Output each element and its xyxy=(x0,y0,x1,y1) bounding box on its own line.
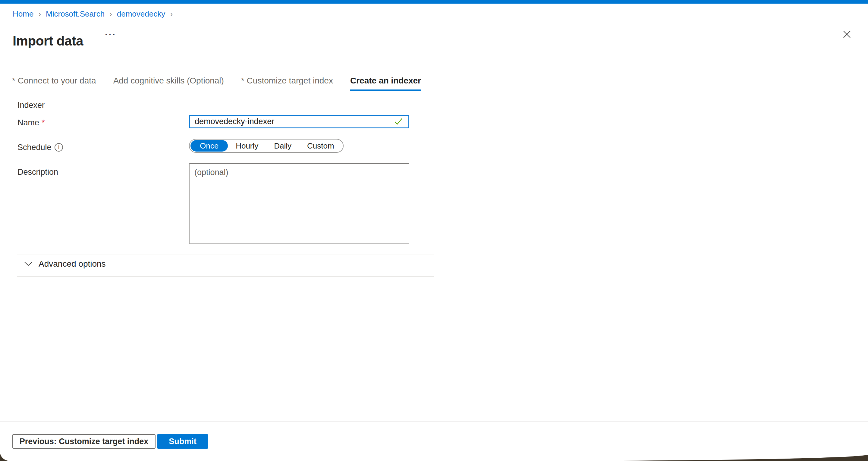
breadcrumb-link-home[interactable]: Home xyxy=(13,9,33,19)
schedule-option-hourly[interactable]: Hourly xyxy=(228,140,266,152)
tab-create-an-indexer[interactable]: Create an indexer xyxy=(350,76,421,91)
breadcrumb: Home › Microsoft.Search › demovedecky › xyxy=(13,9,173,19)
tab-add-cognitive-skills[interactable]: Add cognitive skills (Optional) xyxy=(113,76,224,91)
info-icon[interactable]: i xyxy=(55,143,63,152)
schedule-option-once[interactable]: Once xyxy=(190,140,228,152)
schedule-label: Schedule xyxy=(18,143,52,152)
breadcrumb-separator-icon: › xyxy=(110,9,112,20)
indexer-section-heading: Indexer xyxy=(18,101,44,110)
top-accent-bar xyxy=(0,0,868,4)
breadcrumb-separator-icon: › xyxy=(38,9,41,20)
wizard-tabs: * Connect to your data Add cognitive ski… xyxy=(12,76,421,91)
close-button[interactable] xyxy=(840,28,854,41)
chevron-down-icon xyxy=(24,262,33,266)
advanced-options-label: Advanced options xyxy=(38,259,106,269)
close-icon xyxy=(842,30,852,39)
indexer-name-input[interactable] xyxy=(189,115,409,128)
more-options-button[interactable]: ⋯ xyxy=(102,27,118,41)
breadcrumb-link-demovedecky[interactable]: demovedecky xyxy=(117,9,165,19)
name-label-text: Name xyxy=(18,118,39,127)
page-title: Import data xyxy=(13,33,83,49)
import-data-pane: Home › Microsoft.Search › demovedecky › … xyxy=(0,0,868,461)
divider xyxy=(17,255,434,255)
checkmark-icon xyxy=(394,118,403,125)
description-label: Description xyxy=(18,167,58,177)
description-textarea[interactable] xyxy=(189,163,409,244)
advanced-options-toggle[interactable]: Advanced options xyxy=(24,259,106,269)
schedule-option-daily[interactable]: Daily xyxy=(266,140,299,152)
schedule-toggle-group: Once Hourly Daily Custom xyxy=(189,139,344,153)
breadcrumb-separator-icon: › xyxy=(170,9,173,20)
validation-check xyxy=(394,118,403,126)
tab-connect-to-your-data[interactable]: * Connect to your data xyxy=(12,76,96,91)
required-asterisk: * xyxy=(41,118,45,127)
breadcrumb-link-microsoft-search[interactable]: Microsoft.Search xyxy=(46,9,104,19)
previous-step-button[interactable]: Previous: Customize target index xyxy=(12,434,156,449)
submit-button[interactable]: Submit xyxy=(157,434,208,449)
schedule-option-custom[interactable]: Custom xyxy=(299,140,342,152)
footer-divider xyxy=(0,422,868,422)
tab-customize-target-index[interactable]: * Customize target index xyxy=(241,76,333,91)
divider xyxy=(17,276,434,277)
name-label: Name* xyxy=(18,118,45,127)
